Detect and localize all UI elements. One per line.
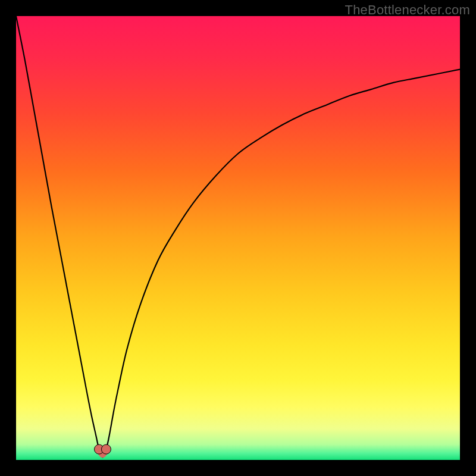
svg-point-2 bbox=[101, 444, 111, 454]
chart-stage: TheBottlenecker.com bbox=[0, 0, 476, 476]
watermark-text: TheBottlenecker.com bbox=[345, 2, 470, 18]
bottleneck-curve bbox=[16, 16, 460, 460]
plot-area bbox=[16, 16, 460, 460]
